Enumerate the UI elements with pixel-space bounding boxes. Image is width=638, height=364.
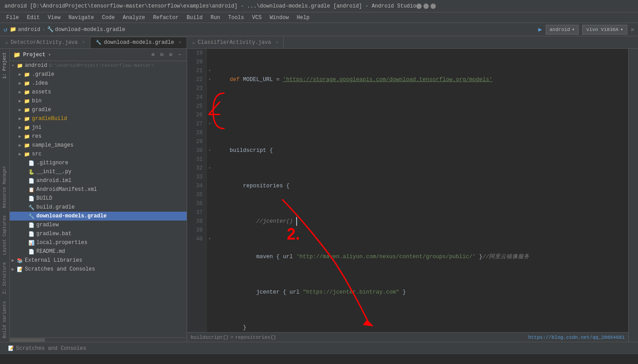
tree-item-ext-libs[interactable]: ▶ 📚 External Libraries	[10, 256, 187, 265]
tree-item-src[interactable]: ▶ 📁 src	[10, 150, 187, 159]
tree-label-idea: .idea	[32, 80, 48, 86]
tree-item-buildgradle[interactable]: ▶ 🔧 build.gradle	[10, 203, 187, 212]
tree-label-gitignore: .gitignore	[36, 160, 68, 166]
tree-label-gradlew: gradlew	[36, 222, 59, 228]
menu-item-vcs[interactable]: VCS	[249, 14, 266, 22]
tab-classifier-label: ClassifierActivity.java	[198, 39, 271, 46]
tree-label-gradlebuild: gradleBuild	[32, 116, 67, 122]
device-selector-left[interactable]: android ▾	[546, 25, 579, 35]
breadcrumb-android[interactable]: 📁 android	[10, 26, 40, 33]
tree-item-sample[interactable]: ▶ 📁 sample_images	[10, 141, 187, 150]
minimize-btn[interactable]	[416, 4, 422, 9]
project-panel: 📁 Project ▾ ⊕ ⊟ ⚙ − ▾ 📁 android D:\Andro…	[10, 49, 187, 342]
tree-item-jni[interactable]: ▶ 📁 jni	[10, 123, 187, 132]
project-hscrollbar[interactable]	[10, 337, 187, 342]
tree-item-download[interactable]: ▶ 🔧 download-models.gradle	[10, 212, 187, 221]
tree-label-sample: sample_images	[32, 142, 74, 148]
tree-item-gradle-hidden[interactable]: ▶ 📁 .gradle	[10, 70, 187, 79]
tree-item-gradlew[interactable]: ▶ 📄 gradlew	[10, 221, 187, 229]
expand-arrow: ▶	[19, 72, 23, 77]
tree-item-build-file[interactable]: ▶ 📄 BUILD	[10, 194, 187, 203]
sidebar-label-build[interactable]: Build Variants	[1, 298, 8, 342]
nav-more-btn[interactable]: »	[631, 26, 634, 33]
code-area[interactable]: 19 20 21 22 23 24 25 26 27 28 29 30 31 3…	[187, 49, 628, 332]
nav-icon-back[interactable]: ↺	[4, 26, 7, 33]
tree-item-gradlewbat[interactable]: ▶ 📄 gradlew.bat	[10, 229, 187, 238]
bottom-tab-label: Scratches and Consoles	[16, 345, 86, 352]
menu-item-view[interactable]: View	[44, 14, 64, 22]
fold-22[interactable]: ▾	[207, 75, 213, 84]
project-panel-title: Project	[23, 52, 45, 58]
tree-item-bin[interactable]: ▶ 📁 bin	[10, 97, 187, 105]
sidebar-label-resource[interactable]: Resource Manager	[1, 162, 8, 212]
collapse-icon[interactable]: ⊟	[158, 51, 165, 58]
tab-close-detector[interactable]: ×	[82, 40, 85, 45]
tree-label-manifest: AndroidManifest.xml	[36, 186, 97, 193]
menu-item-window[interactable]: Window	[266, 14, 292, 22]
menu-item-file[interactable]: File	[3, 14, 23, 22]
device-selector-right[interactable]: vivo V1836A ▾	[582, 25, 627, 35]
code-content[interactable]: def MODEL_URL = 'https://storage.googlea…	[213, 49, 628, 332]
sidebar-label-layout[interactable]: Layout Captures	[1, 212, 8, 259]
code-line-24: maven { url 'http://maven.aliyun.com/nex…	[216, 252, 628, 261]
menu-item-help[interactable]: Help	[293, 14, 313, 22]
tree-item-idea[interactable]: ▶ 📁 .idea	[10, 79, 187, 88]
tree-item-assets[interactable]: ▶ 📁 assets	[10, 88, 187, 97]
line-29: 29	[191, 137, 203, 146]
menu-item-navigate[interactable]: Navigate	[65, 14, 98, 22]
tree-item-gitignore[interactable]: ▶ 📄 .gitignore	[10, 159, 187, 167]
tree-item-manifest[interactable]: ▶ 📋 AndroidManifest.xml	[10, 185, 187, 194]
status-bc1: buildscript{}	[191, 335, 229, 340]
tree-item-init[interactable]: ▶ 🐍 __init__.py	[10, 167, 187, 176]
sync-icon[interactable]: ⊕	[149, 51, 157, 58]
close-btn[interactable]	[431, 4, 436, 9]
right-vtabs	[628, 49, 638, 342]
line-39: 39	[191, 226, 203, 235]
line-32: 32	[191, 164, 203, 173]
nav-right: ▶ android ▾ vivo V1836A ▾ »	[538, 25, 634, 35]
fold-40[interactable]: ▾	[207, 235, 213, 244]
main-layout: 1: Project Resource Manager Layout Captu…	[0, 49, 638, 342]
tree-label: .gradle	[32, 71, 54, 77]
sidebar-label-structure[interactable]: Z: Structure	[1, 259, 8, 298]
sidebar-label-project[interactable]: 1: Project	[1, 49, 8, 82]
menu-item-code[interactable]: Code	[98, 14, 118, 22]
line-40: 40	[191, 235, 203, 244]
tree-item-scratches[interactable]: ▶ 📝 Scratches and Consoles	[10, 265, 187, 274]
tree-item-res[interactable]: ▶ 📁 res	[10, 132, 187, 141]
menu-item-analyze[interactable]: Analyze	[119, 14, 149, 22]
menu-item-edit[interactable]: Edit	[23, 14, 43, 22]
tree-item-local[interactable]: ▶ 📊 local.properties	[10, 238, 187, 247]
fold-21[interactable]: ▾	[207, 66, 213, 75]
tab-download-label: download-models.gradle	[104, 39, 174, 46]
fold-30[interactable]: ▾	[207, 146, 213, 155]
tree-item-readme[interactable]: ▶ 📄 README.md	[10, 247, 187, 256]
status-sep: >	[231, 335, 234, 340]
breadcrumb-file[interactable]: 🔧 download-models.gradle	[47, 26, 125, 33]
nav-run-icon[interactable]: ▶	[538, 26, 542, 33]
maximize-btn[interactable]	[423, 4, 429, 9]
tree-label-init: __init__.py	[36, 169, 71, 175]
dropdown-arrow-icon[interactable]: ▾	[48, 52, 51, 58]
menu-item-refactor[interactable]: Refactor	[149, 14, 182, 22]
code-line-19: def MODEL_URL = 'https://storage.googlea…	[216, 75, 628, 84]
line-37: 37	[191, 208, 203, 217]
tab-download[interactable]: 🔧 download-models.gradle ×	[90, 37, 187, 48]
tab-close-classifier[interactable]: ×	[275, 40, 278, 45]
close-panel-icon[interactable]: −	[176, 51, 183, 58]
tree-item-iml[interactable]: ▶ 📄 android.iml	[10, 176, 187, 185]
settings-icon[interactable]: ⚙	[167, 51, 174, 58]
bottom-tab-scratches[interactable]: 📝 Scratches and Consoles	[4, 343, 90, 354]
tree-item-gradle[interactable]: ▶ 📁 gradle	[10, 105, 187, 114]
tree-item-gradlebuild[interactable]: ▶ 📁 gradleBuild	[10, 114, 187, 123]
tab-classifier[interactable]: ☕ ClassifierActivity.java ×	[187, 37, 284, 48]
fold-27[interactable]: ▾	[207, 120, 213, 128]
tree-item-root[interactable]: ▾ 📁 android D:\AndroidProject\tensorflow…	[10, 61, 187, 70]
tab-close-download[interactable]: ×	[179, 40, 181, 45]
menu-item-tools[interactable]: Tools	[225, 14, 248, 22]
menu-item-run[interactable]: Run	[207, 14, 224, 22]
tab-detector[interactable]: ☕ DetectorActivity.java ×	[0, 37, 90, 48]
fold-32[interactable]: ▾	[207, 164, 213, 173]
menu-item-build[interactable]: Build	[183, 14, 206, 22]
java-icon-2: ☕	[192, 40, 195, 45]
